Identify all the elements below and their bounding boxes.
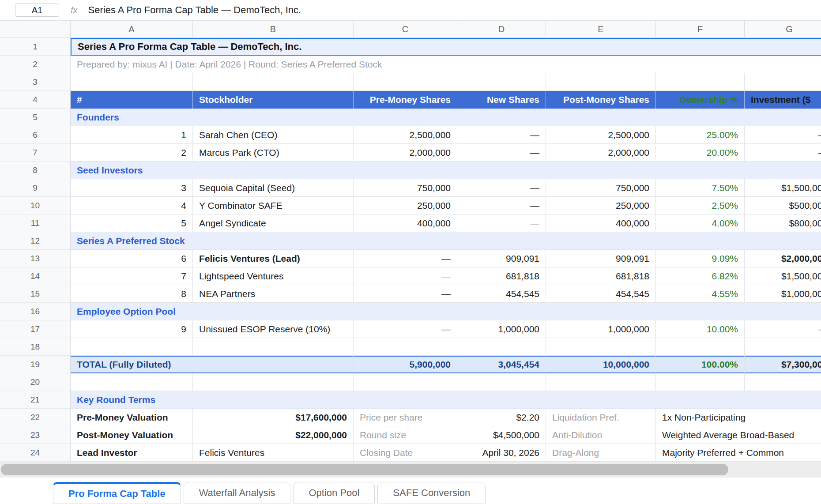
cell-E11[interactable]: 400,000: [546, 214, 656, 232]
cell-G9[interactable]: $1,500,000: [745, 179, 821, 197]
cell-A8[interactable]: Seed Investors: [71, 162, 821, 179]
cell-B15[interactable]: NEA Partners: [193, 285, 354, 303]
column-header-A[interactable]: A: [71, 21, 193, 38]
cell-F15[interactable]: 4.55%: [656, 285, 745, 303]
cell-D24[interactable]: April 30, 2026: [457, 444, 546, 462]
cell-E17[interactable]: 1,000,000: [546, 320, 656, 338]
cell-A17[interactable]: 9: [71, 320, 193, 338]
cell-F7[interactable]: 20.00%: [656, 144, 745, 162]
cell-D13[interactable]: 909,091: [457, 250, 546, 267]
row-number[interactable]: 17: [0, 320, 71, 338]
cell-A1[interactable]: Series A Pro Forma Cap Table — DemoTech,…: [71, 38, 821, 56]
cell-A10[interactable]: 4: [71, 197, 193, 214]
cell-A3[interactable]: [71, 73, 193, 91]
row-number[interactable]: 10: [0, 197, 71, 214]
row-number[interactable]: 19: [0, 356, 71, 373]
cell-D17[interactable]: 1,000,000: [457, 320, 546, 338]
cell-C23[interactable]: Round size: [354, 426, 457, 444]
cell-G4[interactable]: Investment ($: [745, 91, 821, 109]
cell-A13[interactable]: 6: [71, 250, 193, 267]
cell-D20[interactable]: [457, 373, 546, 391]
row-number[interactable]: 11: [0, 214, 71, 232]
cell-F13[interactable]: 9.09%: [656, 250, 745, 267]
cell-G3[interactable]: [745, 73, 821, 91]
cell-G6[interactable]: —: [745, 126, 821, 144]
column-header-E[interactable]: E: [546, 21, 656, 38]
tab-waterfall-analysis[interactable]: Waterfall Analysis: [184, 482, 291, 504]
cell-E6[interactable]: 2,500,000: [546, 126, 656, 144]
cell-A9[interactable]: 3: [71, 179, 193, 197]
cell-E20[interactable]: [546, 373, 656, 391]
cell-E14[interactable]: 681,818: [546, 267, 656, 285]
cell-G18[interactable]: [745, 338, 821, 356]
row-number[interactable]: 18: [0, 338, 71, 356]
cell-A16[interactable]: Employee Option Pool: [71, 303, 821, 320]
cell-D10[interactable]: —: [457, 197, 546, 214]
cell-A2[interactable]: Prepared by: mixus AI | Date: April 2026…: [71, 56, 821, 73]
cell-E23[interactable]: Anti-Dilution: [546, 426, 656, 444]
cell-G11[interactable]: $800,000: [745, 214, 821, 232]
cell-A21[interactable]: Key Round Terms: [71, 391, 821, 409]
cell-C24[interactable]: Closing Date: [354, 444, 457, 462]
row-number[interactable]: 24: [0, 444, 71, 462]
cell-A4[interactable]: #: [71, 91, 193, 109]
cell-F11[interactable]: 4.00%: [656, 214, 745, 232]
row-number[interactable]: 22: [0, 409, 71, 426]
cell-E10[interactable]: 250,000: [546, 197, 656, 214]
cell-C20[interactable]: [354, 373, 457, 391]
cell-F17[interactable]: 10.00%: [656, 320, 745, 338]
cell-A22[interactable]: Pre-Money Valuation: [71, 409, 193, 426]
cell-B23[interactable]: $22,000,000: [193, 426, 354, 444]
cell-G20[interactable]: [745, 373, 821, 391]
scrollbar-thumb[interactable]: [1, 464, 728, 475]
cell-F18[interactable]: [656, 338, 745, 356]
cell-G7[interactable]: —: [745, 144, 821, 162]
cell-F4[interactable]: Ownership %: [656, 91, 745, 109]
row-number[interactable]: 1: [0, 38, 71, 56]
cell-F22[interactable]: 1x Non-Participating: [656, 409, 821, 426]
row-number[interactable]: 5: [0, 109, 71, 126]
cell-C13[interactable]: —: [354, 250, 457, 267]
row-number[interactable]: 21: [0, 391, 71, 409]
cell-D18[interactable]: [457, 338, 546, 356]
cell-F24[interactable]: Majority Preferred + Common: [656, 444, 821, 462]
cell-B11[interactable]: Angel Syndicate: [193, 214, 354, 232]
cell-F20[interactable]: [656, 373, 745, 391]
cell-F10[interactable]: 2.50%: [656, 197, 745, 214]
cell-B13[interactable]: Felicis Ventures (Lead): [193, 250, 354, 267]
cell-B9[interactable]: Sequoia Capital (Seed): [193, 179, 354, 197]
tab-option-pool[interactable]: Option Pool: [293, 482, 375, 504]
cell-A11[interactable]: 5: [71, 214, 193, 232]
row-number[interactable]: 14: [0, 267, 71, 285]
row-number[interactable]: 3: [0, 73, 71, 91]
cell-D6[interactable]: —: [457, 126, 546, 144]
row-number[interactable]: 16: [0, 303, 71, 320]
cell-G15[interactable]: $1,000,000: [745, 285, 821, 303]
cell-E7[interactable]: 2,000,000: [546, 144, 656, 162]
cell-E13[interactable]: 909,091: [546, 250, 656, 267]
cell-C10[interactable]: 250,000: [354, 197, 457, 214]
cell-E24[interactable]: Drag-Along: [546, 444, 656, 462]
row-number[interactable]: 13: [0, 250, 71, 267]
cell-E4[interactable]: Post-Money Shares: [546, 91, 656, 109]
cell-C15[interactable]: —: [354, 285, 457, 303]
cell-A15[interactable]: 8: [71, 285, 193, 303]
row-number[interactable]: 6: [0, 126, 71, 144]
cell-F3[interactable]: [656, 73, 745, 91]
cell-A23[interactable]: Post-Money Valuation: [71, 426, 193, 444]
cell-C4[interactable]: Pre-Money Shares: [354, 91, 457, 109]
cell-B3[interactable]: [193, 73, 354, 91]
cell-B22[interactable]: $17,600,000: [193, 409, 354, 426]
cell-A18[interactable]: [71, 338, 193, 356]
tab-safe-conversion[interactable]: SAFE Conversion: [377, 482, 486, 504]
column-header-C[interactable]: C: [354, 21, 457, 38]
cell-G14[interactable]: $1,500,000: [745, 267, 821, 285]
cell-D11[interactable]: —: [457, 214, 546, 232]
cell-D23[interactable]: $4,500,000: [457, 426, 546, 444]
cell-F14[interactable]: 6.82%: [656, 267, 745, 285]
cell-E9[interactable]: 750,000: [546, 179, 656, 197]
row-number[interactable]: 23: [0, 426, 71, 444]
cell-C14[interactable]: —: [354, 267, 457, 285]
cell-G10[interactable]: $500,000: [745, 197, 821, 214]
select-all-corner[interactable]: [0, 21, 71, 38]
